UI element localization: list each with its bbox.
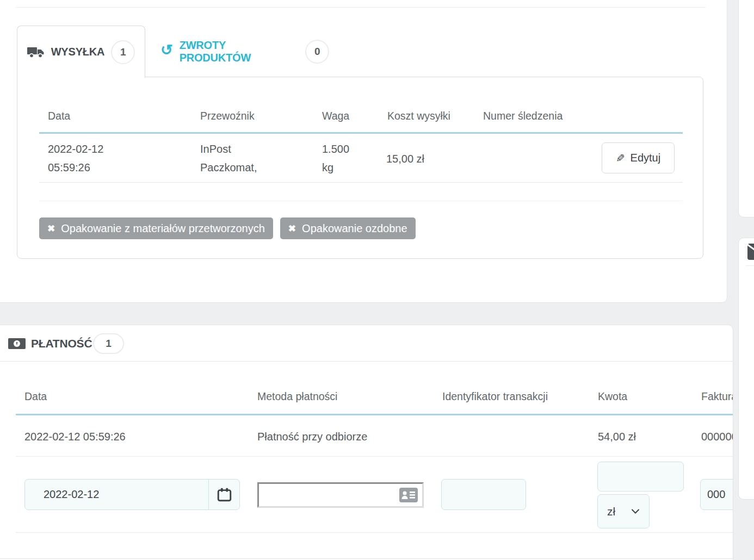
payment-method-field [257, 482, 424, 508]
payment-method: Płatność przy odbiorze [257, 427, 367, 446]
transaction-id-input[interactable] [442, 480, 526, 509]
shipping-col-weight: Waga [322, 110, 349, 122]
shipment-cost: 15,00 zł [386, 150, 424, 168]
payment-panel-title: PŁATNOŚĆ [31, 337, 92, 350]
money-icon [8, 338, 26, 350]
shipping-content-box: Data Przewoźnik Waga Koszt wysyłki Numer… [17, 77, 703, 259]
side-panel-notes [738, 238, 754, 500]
tag-recycled-packaging-label: Opakowanie z materiałów przetworzonych [61, 222, 265, 235]
tab-shipping-label: WYSYŁKA [51, 46, 105, 58]
payment-col-invoice: Faktura [701, 390, 733, 403]
message-icon [747, 241, 754, 261]
undo-icon: ↺ [160, 43, 173, 58]
shipment-row-divider [39, 182, 683, 183]
close-icon[interactable]: ✖ [47, 223, 55, 234]
shipping-col-cost: Koszt wysyłki [387, 110, 450, 122]
payment-panel: PŁATNOŚĆ 1 Data Metoda płatności Identyf… [0, 325, 733, 560]
order-page: WYSYŁKA 1 ↺ ZWROTY PRODUKTÓW 0 Data Prze… [0, 0, 754, 560]
tag-gift-packaging-label: Opakowanie ozdobne [302, 222, 407, 235]
shipping-col-carrier: Przewoźnik [200, 110, 255, 122]
amount-input[interactable] [598, 462, 683, 491]
invoice-select[interactable]: 000 [700, 479, 733, 510]
payment-header-divider [0, 361, 733, 362]
side-panel-divider [746, 265, 754, 266]
panel-top-divider [16, 7, 706, 8]
payment-form-divider [16, 532, 733, 533]
payment-header-underline [16, 414, 733, 415]
tag-gift-packaging[interactable]: ✖ Opakowanie ozdobne [280, 217, 416, 239]
edit-shipping-label: Edytuj [631, 152, 661, 164]
truck-icon [27, 46, 45, 59]
calendar-icon [217, 487, 232, 502]
invoice-select-value: 000 [707, 488, 725, 501]
payment-col-method: Metoda płatności [257, 390, 337, 403]
close-icon[interactable]: ✖ [288, 223, 296, 234]
payment-col-amount: Kwota [598, 390, 627, 403]
payment-date-field [24, 479, 240, 510]
side-panel-top [738, 0, 754, 217]
payment-invoice: 000000 [701, 427, 733, 446]
tab-shipping-count: 1 [111, 40, 135, 64]
payment-date-input[interactable] [36, 480, 208, 509]
shipping-header-underline [39, 132, 683, 134]
tab-product-returns[interactable]: ↺ ZWROTY PRODUKTÓW 0 [160, 26, 329, 77]
edit-icon: ✎ [616, 152, 625, 165]
shipment-carrier: InPost Paczkomat, [200, 140, 257, 177]
shipping-col-date: Data [48, 110, 70, 122]
chevron-down-icon [631, 509, 640, 514]
payment-method-input[interactable] [259, 484, 422, 506]
payment-col-transaction-id: Identyfikator transakcji [442, 390, 548, 403]
contact-card-icon [399, 488, 418, 502]
date-picker-addon[interactable] [208, 480, 239, 509]
shipment-table-bottom-divider [39, 201, 683, 201]
amount-field [597, 462, 684, 491]
payment-date: 2022-02-12 05:59:26 [24, 427, 126, 446]
payment-row-divider [16, 456, 733, 457]
currency-select-value: zł [607, 505, 615, 518]
chevron-down-icon [732, 492, 733, 497]
shipment-date: 2022-02-12 05:59:26 [48, 140, 103, 177]
edit-shipping-button[interactable]: ✎ Edytuj [602, 142, 675, 173]
shipping-col-tracking: Numer śledzenia [483, 110, 563, 122]
tab-product-returns-label: ZWROTY PRODUKTÓW [180, 39, 299, 64]
shipment-weight: 1.500 kg [322, 140, 349, 177]
currency-select[interactable]: zł [597, 494, 650, 528]
payment-count-badge: 1 [93, 333, 124, 354]
shipping-panel: WYSYŁKA 1 ↺ ZWROTY PRODUKTÓW 0 Data Prze… [0, 0, 727, 303]
payment-amount: 54,00 zł [598, 427, 636, 446]
payment-bottom-divider [0, 558, 733, 559]
tab-shipping[interactable]: WYSYŁKA 1 [17, 26, 145, 78]
tag-recycled-packaging[interactable]: ✖ Opakowanie z materiałów przetworzonych [39, 217, 273, 239]
payment-col-date: Data [24, 390, 47, 403]
tab-product-returns-count: 0 [305, 40, 329, 64]
transaction-id-field [441, 479, 526, 510]
packaging-tags: ✖ Opakowanie z materiałów przetworzonych… [39, 217, 416, 239]
